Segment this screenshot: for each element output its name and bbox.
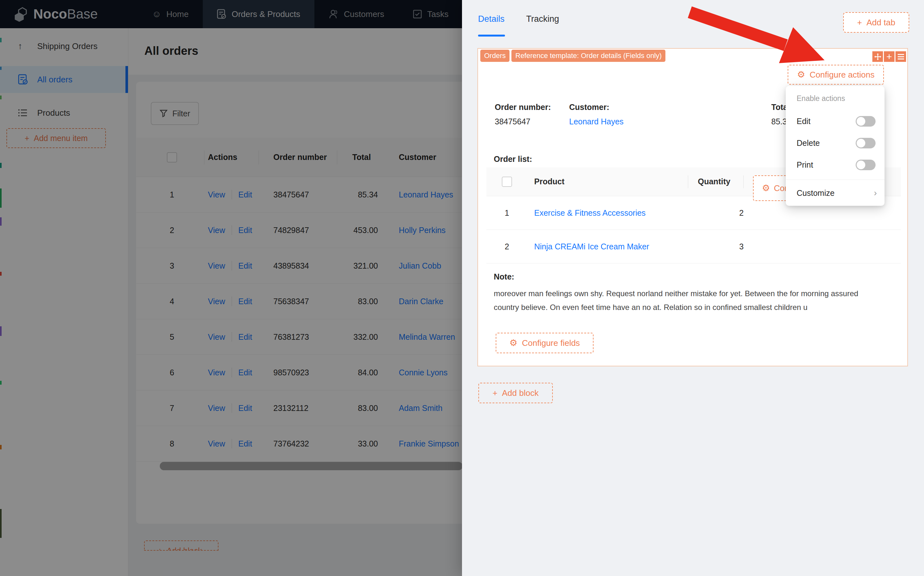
gear-icon: ⚙: [797, 70, 805, 79]
field-label: Customer:: [569, 102, 707, 112]
configure-actions-label: Configure actions: [810, 70, 874, 80]
select-all-checkbox[interactable]: [502, 177, 512, 187]
collection-badge: Orders: [480, 50, 510, 62]
menu-item-label: Customize: [797, 189, 834, 198]
note-text: moreover man feelings own shy. Request n…: [494, 286, 874, 314]
configure-actions-dropdown: Enable actions Edit Delete Print Customi…: [786, 86, 884, 206]
tab-tracking[interactable]: Tracking: [526, 14, 559, 24]
add-block-label: Add block: [502, 388, 539, 398]
field-customer: Customer: Leonard Hayes: [569, 102, 707, 126]
row-index: 2: [486, 242, 528, 251]
product-link[interactable]: Ninja CREAMi Ice Cream Maker: [534, 242, 649, 251]
note-label: Note:: [494, 272, 514, 282]
enable-actions-group-label: Enable actions: [797, 94, 845, 103]
menu-item-delete[interactable]: Delete: [797, 136, 876, 150]
schema-settings-icon[interactable]: [895, 51, 906, 62]
customer-link[interactable]: Leonard Hayes: [569, 117, 624, 126]
app-root: NocoBase ☺ Home Orders & Products Custom…: [0, 0, 924, 576]
print-toggle[interactable]: [856, 160, 876, 170]
row-index: 1: [486, 208, 528, 218]
quantity-cell: 2: [692, 208, 748, 218]
gear-icon: ⚙: [762, 184, 770, 193]
menu-item-edit[interactable]: Edit: [797, 114, 876, 128]
plus-icon: +: [492, 388, 497, 398]
add-tab-button[interactable]: + Add tab: [843, 12, 909, 33]
active-tab-underline: [478, 35, 505, 37]
configure-actions-button[interactable]: ⚙ Configure actions: [788, 65, 884, 85]
delete-toggle[interactable]: [856, 138, 876, 149]
add-tab-label: Add tab: [866, 18, 895, 27]
column-header-product[interactable]: Product: [528, 177, 692, 186]
menu-item-label: Print: [797, 160, 813, 170]
order-list-label: Order list:: [494, 155, 532, 164]
order-details-drawer: Details Tracking + Add tab Orders Refere…: [462, 0, 924, 576]
menu-item-customize[interactable]: Customize ›: [797, 184, 877, 202]
quantity-cell: 3: [692, 242, 748, 251]
gear-icon: ⚙: [510, 339, 518, 347]
block-toolbar: +: [872, 51, 906, 62]
column-header-quantity[interactable]: Quantity: [692, 177, 748, 186]
modal-dim-mask[interactable]: [0, 0, 462, 576]
schema-badges: Orders Reference template: Order details…: [480, 50, 666, 62]
add-schema-icon[interactable]: +: [884, 51, 895, 62]
chevron-right-icon: ›: [874, 188, 877, 198]
menu-item-label: Edit: [797, 117, 810, 126]
product-link[interactable]: Exercise & Fitness Accessories: [534, 208, 645, 217]
template-badge: Reference template: Order details (Field…: [512, 50, 666, 62]
add-block-button[interactable]: + Add block: [478, 383, 553, 403]
configure-fields-button[interactable]: ⚙ Configure fields: [496, 333, 594, 353]
tab-details[interactable]: Details: [478, 14, 505, 24]
drag-handle-icon[interactable]: [872, 51, 883, 62]
edit-toggle[interactable]: [856, 116, 876, 126]
plus-icon: +: [857, 18, 862, 27]
configure-fields-label: Configure fields: [522, 338, 580, 348]
menu-item-label: Delete: [797, 138, 820, 148]
menu-item-print[interactable]: Print: [797, 158, 876, 172]
menu-divider: [786, 179, 884, 180]
order-list-row: 2 Ninja CREAMi Ice Cream Maker 3: [486, 230, 901, 264]
